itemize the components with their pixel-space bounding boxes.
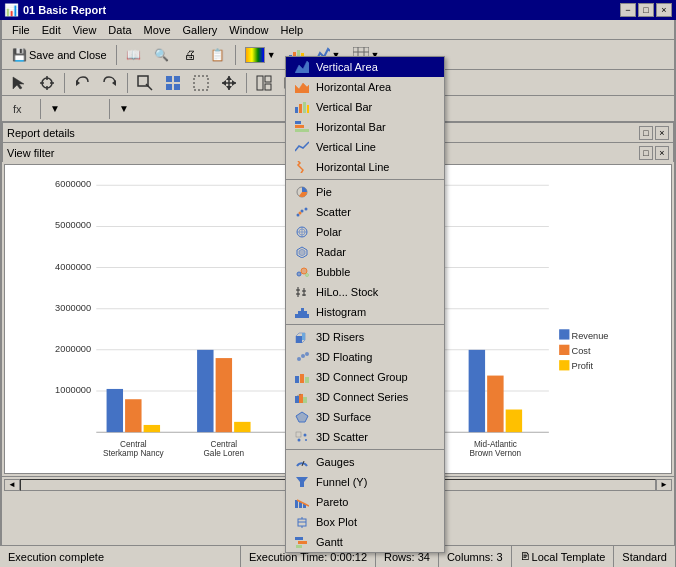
svg-rect-88 (295, 121, 301, 124)
search-btn[interactable]: 🔍 (149, 43, 175, 67)
tb2-btn4[interactable] (97, 71, 123, 95)
toolbar2-sep3 (246, 73, 247, 93)
dropdown-item-3d-risers[interactable]: 3D Risers (286, 327, 444, 347)
chart-type-dropdown: Vertical Area Horizontal Area Vertical B… (285, 56, 445, 553)
zoom-icon (137, 75, 153, 91)
report-details-restore[interactable]: □ (639, 126, 653, 140)
redo-icon (102, 75, 118, 91)
vertical-area-icon (294, 59, 310, 75)
dropdown-item-pie[interactable]: Pie (286, 182, 444, 202)
svg-rect-87 (307, 105, 309, 113)
toolbar3-sep2 (109, 99, 110, 119)
svg-rect-84 (295, 107, 298, 113)
menu-file[interactable]: File (6, 22, 36, 38)
select-icon (193, 75, 209, 91)
svg-rect-55 (216, 358, 232, 432)
svg-point-95 (299, 212, 302, 215)
dropdown-item-hilo-stock[interactable]: HiLo... Stock (286, 282, 444, 302)
tb2-btn3[interactable] (69, 71, 95, 95)
dropdown-item-3d-connect-series[interactable]: 3D Connect Series (286, 387, 444, 407)
tb2-btn1[interactable] (6, 71, 32, 95)
tb2-btn6[interactable] (160, 71, 186, 95)
status-template[interactable]: 🖹 Local Template (512, 546, 615, 567)
svg-rect-52 (125, 399, 141, 432)
dropdown-item-radar[interactable]: Radar (286, 242, 444, 262)
tb3-func-btn[interactable]: fx (6, 97, 36, 121)
svg-rect-130 (296, 432, 301, 437)
dropdown-item-vertical-bar[interactable]: Vertical Bar (286, 97, 444, 117)
dropdown-item-vertical-line[interactable]: Vertical Line (286, 137, 444, 157)
report-details-close[interactable]: × (655, 126, 669, 140)
svg-text:Central: Central (120, 440, 147, 449)
menu-edit[interactable]: Edit (36, 22, 67, 38)
menu-data[interactable]: Data (102, 22, 137, 38)
dropdown-item-3d-floating[interactable]: 3D Floating (286, 347, 444, 367)
dropdown-item-funnel[interactable]: Funnel (Y) (286, 472, 444, 492)
svg-rect-143 (295, 537, 303, 540)
dropdown-item-gantt[interactable]: Gantt (286, 532, 444, 552)
book-btn[interactable]: 📖 (121, 43, 147, 67)
view-filter-close[interactable]: × (655, 146, 669, 160)
svg-point-133 (305, 439, 307, 441)
dropdown-item-pareto[interactable]: Pareto (286, 492, 444, 512)
menu-gallery[interactable]: Gallery (177, 22, 224, 38)
save-close-button[interactable]: 💾 Save and Close (6, 43, 112, 67)
svg-marker-135 (296, 477, 308, 487)
box-plot-icon (294, 514, 310, 530)
dropdown-item-vertical-area[interactable]: Vertical Area (286, 57, 444, 77)
dropdown-item-histogram[interactable]: Histogram (286, 302, 444, 322)
search-icon: 🔍 (154, 47, 170, 63)
svg-point-94 (305, 208, 308, 211)
menu-window[interactable]: Window (223, 22, 274, 38)
menu-help[interactable]: Help (274, 22, 309, 38)
view-filter-restore[interactable]: □ (639, 146, 653, 160)
dropdown-item-3d-scatter[interactable]: 3D Scatter (286, 427, 444, 447)
svg-point-120 (301, 354, 305, 358)
scroll-right-btn[interactable]: ► (656, 479, 672, 491)
minimize-btn[interactable]: − (620, 3, 636, 17)
dropdown-item-3d-surface[interactable]: 3D Surface (286, 407, 444, 427)
hilo-stock-icon (294, 284, 310, 300)
dropdown-item-polar[interactable]: Polar (286, 222, 444, 242)
scroll-left-btn[interactable]: ◄ (4, 479, 20, 491)
tb3-dropdown2[interactable]: ▼ (114, 97, 154, 121)
dropdown-item-3d-connect-group[interactable]: 3D Connect Group (286, 367, 444, 387)
copy-icon: 📋 (210, 47, 226, 63)
tb2-btn9[interactable] (251, 71, 277, 95)
svg-rect-64 (487, 376, 503, 433)
copy-btn[interactable]: 📋 (205, 43, 231, 67)
close-btn[interactable]: × (656, 3, 672, 17)
dropdown-item-gauges[interactable]: Gauges (286, 452, 444, 472)
print-btn[interactable]: 🖨 (177, 43, 203, 67)
dropdown-sep-1 (286, 179, 444, 180)
tb2-btn2[interactable] (34, 71, 60, 95)
svg-point-104 (306, 274, 309, 277)
svg-text:Central: Central (211, 440, 238, 449)
svg-rect-136 (295, 500, 298, 508)
dropdown-item-box-plot[interactable]: Box Plot (286, 512, 444, 532)
tb3-dropdown1[interactable]: ▼ (45, 97, 105, 121)
menu-view[interactable]: View (67, 22, 103, 38)
tb2-btn7[interactable] (188, 71, 214, 95)
menu-bar: File Edit View Data Move Gallery Window … (2, 20, 674, 40)
book-icon: 📖 (126, 47, 142, 63)
color-picker-btn[interactable]: ▼ (240, 43, 281, 67)
cursor-icon (11, 75, 27, 91)
dropdown-item-horizontal-line[interactable]: Horizontal Line (286, 157, 444, 177)
dropdown-item-bubble[interactable]: Bubble (286, 262, 444, 282)
svg-text:Cost: Cost (571, 346, 590, 356)
svg-rect-78 (559, 345, 569, 355)
dropdown-item-scatter[interactable]: Scatter (286, 202, 444, 222)
tb2-zoom[interactable] (132, 71, 158, 95)
toolbar2-sep2 (127, 73, 128, 93)
dropdown-item-horizontal-area[interactable]: Horizontal Area (286, 77, 444, 97)
svg-rect-116 (296, 336, 302, 343)
svg-rect-118 (302, 333, 305, 340)
funnel-icon (294, 474, 310, 490)
maximize-btn[interactable]: □ (638, 3, 654, 17)
tb2-btn8[interactable] (216, 71, 242, 95)
svg-rect-32 (265, 84, 271, 90)
menu-move[interactable]: Move (138, 22, 177, 38)
dropdown-item-horizontal-bar[interactable]: Horizontal Bar (286, 117, 444, 137)
svg-text:Mid-Atlantic: Mid-Atlantic (474, 440, 517, 449)
